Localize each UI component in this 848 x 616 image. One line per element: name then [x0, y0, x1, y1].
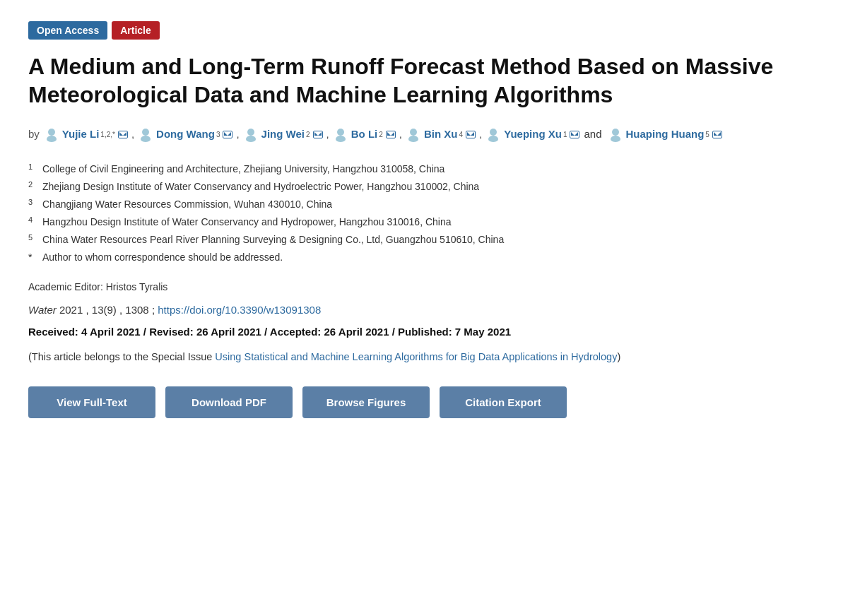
email-icon-jing-wei[interactable]: [313, 131, 323, 138]
affiliation-5: 5 China Water Resources Pearl River Plan…: [28, 231, 820, 249]
affiliation-4: 4 Hangzhou Design Institute of Water Con…: [28, 213, 820, 231]
svg-point-2: [142, 129, 149, 136]
email-icon-yujie-li[interactable]: [118, 131, 128, 138]
svg-point-12: [612, 129, 619, 136]
journal-article-num: 1308: [125, 304, 148, 316]
affiliation-3: 3 Changjiang Water Resources Commission,…: [28, 196, 820, 213]
svg-point-1: [47, 136, 57, 142]
author-yujie-li[interactable]: Yujie Li1,2,*: [44, 124, 128, 145]
dates-line: Received: 4 April 2021 / Revised: 26 Apr…: [28, 326, 820, 338]
by-label: by: [28, 124, 40, 145]
journal-volume: 13(9): [92, 304, 117, 316]
author-avatar-bo-li: [333, 126, 348, 142]
correspondence-note: * Author to whom correspondence should b…: [28, 249, 820, 266]
author-bin-xu[interactable]: Bin Xu4: [406, 124, 476, 145]
authors-line: by Yujie Li1,2,* , Dong Wang3 , Jing Wei…: [28, 124, 820, 145]
svg-point-9: [408, 136, 418, 142]
svg-point-3: [141, 136, 151, 142]
download-pdf-button[interactable]: Download PDF: [165, 386, 293, 418]
affiliations: 1 College of Civil Engineering and Archi…: [28, 160, 820, 267]
article-title: A Medium and Long-Term Runoff Forecast M…: [28, 52, 820, 109]
badges-container: Open Access Article: [28, 21, 820, 40]
author-jing-wei[interactable]: Jing Wei2: [243, 124, 323, 145]
author-avatar-huaping-huang: [608, 126, 623, 142]
action-buttons: View Full-Text Download PDF Browse Figur…: [28, 386, 820, 418]
svg-point-5: [246, 136, 256, 142]
email-icon-dong-wang[interactable]: [223, 131, 232, 138]
view-full-text-button[interactable]: View Full-Text: [28, 386, 155, 418]
author-avatar-jing-wei: [243, 126, 259, 142]
svg-point-11: [488, 136, 498, 142]
author-huaping-huang[interactable]: Huaping Huang5: [608, 124, 722, 145]
article-badge[interactable]: Article: [112, 21, 160, 40]
author-avatar-yujie-li: [44, 126, 59, 142]
svg-point-10: [490, 129, 497, 136]
journal-name: Water: [28, 304, 57, 316]
and-label: and: [584, 124, 601, 145]
svg-point-6: [337, 129, 344, 136]
browse-figures-button[interactable]: Browse Figures: [302, 386, 430, 418]
journal-year: 2021: [59, 304, 83, 316]
email-icon-yueping-xu[interactable]: [570, 131, 579, 138]
open-access-badge[interactable]: Open Access: [28, 21, 107, 40]
author-bo-li[interactable]: Bo Li2: [333, 124, 396, 145]
email-icon-huaping-huang[interactable]: [712, 131, 722, 138]
special-issue: (This article belongs to the Special Iss…: [28, 349, 820, 365]
author-avatar-bin-xu: [406, 126, 421, 142]
author-dong-wang[interactable]: Dong Wang3: [138, 124, 232, 145]
journal-reference: Water 2021 , 13(9) , 1308 ; https://doi.…: [28, 304, 820, 316]
svg-point-4: [247, 129, 254, 136]
affiliation-1: 1 College of Civil Engineering and Archi…: [28, 160, 820, 178]
svg-point-13: [611, 136, 620, 142]
doi-link[interactable]: https://doi.org/10.3390/w13091308: [158, 304, 321, 316]
author-avatar-yueping-xu: [485, 126, 501, 142]
citation-export-button[interactable]: Citation Export: [440, 386, 567, 418]
email-icon-bo-li[interactable]: [386, 131, 396, 138]
affiliation-2: 2 Zhejiang Design Institute of Water Con…: [28, 178, 820, 196]
svg-point-0: [48, 129, 55, 136]
special-issue-link[interactable]: Using Statistical and Machine Learning A…: [215, 351, 617, 362]
email-icon-bin-xu[interactable]: [466, 131, 476, 138]
academic-editor: Academic Editor: Hristos Tyralis: [28, 281, 820, 292]
svg-point-7: [336, 136, 346, 142]
author-avatar-dong-wang: [138, 126, 153, 142]
author-yueping-xu[interactable]: Yueping Xu1: [485, 124, 579, 145]
svg-point-8: [410, 129, 417, 136]
